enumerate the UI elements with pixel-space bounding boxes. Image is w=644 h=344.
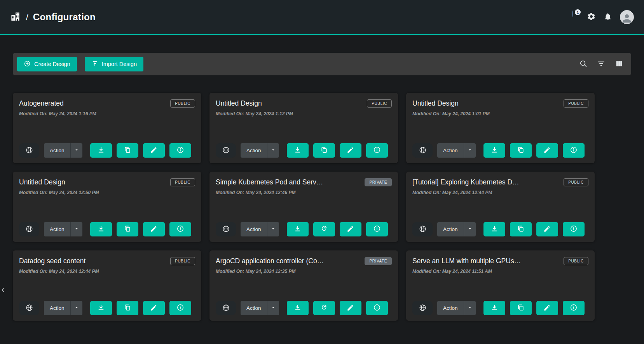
action-button-label[interactable]: Action bbox=[437, 222, 464, 236]
edit-button[interactable] bbox=[536, 301, 558, 315]
action-split-button[interactable]: Action bbox=[241, 143, 279, 158]
edit-button[interactable] bbox=[536, 222, 558, 236]
edit-button[interactable] bbox=[340, 301, 361, 315]
visibility-globe-button[interactable] bbox=[19, 301, 39, 315]
download-button[interactable] bbox=[90, 222, 112, 236]
modified-on-text: Modified On: May 24, 2024 12:44 PM bbox=[412, 190, 588, 195]
clone-design-button[interactable] bbox=[510, 301, 532, 315]
visibility-globe-button[interactable] bbox=[412, 222, 433, 236]
visibility-badge[interactable]: PUBLIC bbox=[564, 178, 588, 186]
visibility-globe-button[interactable] bbox=[216, 143, 236, 158]
action-split-button[interactable]: Action bbox=[437, 143, 476, 158]
action-dropdown-toggle[interactable] bbox=[70, 301, 82, 315]
edit-button[interactable] bbox=[340, 222, 361, 236]
visibility-globe-button[interactable] bbox=[19, 143, 39, 158]
action-dropdown-toggle[interactable] bbox=[464, 222, 476, 236]
visibility-badge[interactable]: PUBLIC bbox=[170, 99, 195, 108]
info-button[interactable] bbox=[366, 222, 388, 236]
view-columns-button[interactable] bbox=[615, 59, 623, 69]
clone-design-button[interactable] bbox=[313, 143, 335, 158]
download-button[interactable] bbox=[90, 143, 112, 158]
action-split-button[interactable]: Action bbox=[437, 301, 476, 315]
info-button[interactable] bbox=[366, 143, 388, 158]
info-button[interactable] bbox=[563, 301, 585, 315]
action-dropdown-toggle[interactable] bbox=[464, 143, 476, 158]
create-design-button[interactable]: Create Design bbox=[17, 57, 77, 71]
provider-button[interactable]: 1 bbox=[567, 11, 579, 23]
visibility-badge[interactable]: PUBLIC bbox=[564, 257, 588, 265]
edit-button[interactable] bbox=[143, 301, 165, 315]
modified-on-text: Modified On: May 24, 2024 12:35 PM bbox=[216, 269, 392, 274]
clone-design-button[interactable] bbox=[510, 222, 532, 236]
action-button-label[interactable]: Action bbox=[241, 301, 267, 315]
filter-button[interactable] bbox=[597, 59, 606, 69]
info-button[interactable] bbox=[169, 222, 191, 236]
edit-button[interactable] bbox=[143, 143, 165, 158]
download-button[interactable] bbox=[287, 301, 309, 315]
info-button[interactable] bbox=[563, 143, 585, 158]
visibility-globe-button[interactable] bbox=[19, 222, 39, 236]
action-dropdown-toggle[interactable] bbox=[464, 301, 476, 315]
action-button-label[interactable]: Action bbox=[241, 143, 267, 158]
visibility-globe-button[interactable] bbox=[412, 143, 433, 158]
visibility-badge[interactable]: PRIVATE bbox=[365, 257, 392, 265]
action-button-label[interactable]: Action bbox=[437, 301, 464, 315]
download-button[interactable] bbox=[287, 222, 309, 236]
download-button[interactable] bbox=[90, 301, 112, 315]
modified-on-text: Modified On: May 24, 2024 1:16 PM bbox=[19, 111, 195, 116]
design-card: [Tutorial] Exploring Kubernetes D… PUBLI… bbox=[406, 172, 595, 242]
import-design-button[interactable]: Import Design bbox=[85, 57, 143, 71]
action-split-button[interactable]: Action bbox=[241, 222, 279, 236]
info-button[interactable] bbox=[169, 143, 191, 158]
clone-design-button[interactable] bbox=[117, 143, 138, 158]
clone-design-button[interactable] bbox=[117, 301, 138, 315]
clone-design-button[interactable] bbox=[117, 222, 138, 236]
edit-button[interactable] bbox=[340, 143, 361, 158]
action-split-button[interactable]: Action bbox=[44, 143, 82, 158]
action-split-button[interactable]: Action bbox=[44, 301, 82, 315]
clone-design-button[interactable] bbox=[313, 301, 335, 315]
caret-down-icon bbox=[271, 147, 276, 154]
visibility-globe-button[interactable] bbox=[412, 301, 433, 315]
globe-icon bbox=[25, 146, 33, 155]
visibility-globe-button[interactable] bbox=[216, 222, 236, 236]
info-button[interactable] bbox=[563, 222, 585, 236]
download-button[interactable] bbox=[483, 222, 505, 236]
info-button[interactable] bbox=[169, 301, 191, 315]
download-button[interactable] bbox=[483, 143, 505, 158]
user-menu-button[interactable] bbox=[620, 10, 634, 24]
visibility-badge[interactable]: PUBLIC bbox=[367, 99, 392, 108]
action-button-label[interactable]: Action bbox=[437, 143, 464, 158]
download-button[interactable] bbox=[483, 301, 505, 315]
clone-design-button[interactable] bbox=[313, 222, 335, 236]
action-split-button[interactable]: Action bbox=[241, 301, 279, 315]
action-dropdown-toggle[interactable] bbox=[267, 301, 279, 315]
clone-design-button[interactable] bbox=[510, 143, 532, 158]
action-button-label[interactable]: Action bbox=[44, 301, 70, 315]
edit-button[interactable] bbox=[143, 222, 165, 236]
action-dropdown-toggle[interactable] bbox=[70, 222, 82, 236]
action-button-label[interactable]: Action bbox=[44, 143, 70, 158]
sidebar-collapse-handle[interactable] bbox=[0, 285, 9, 297]
visibility-badge[interactable]: PRIVATE bbox=[365, 178, 392, 186]
action-button-label[interactable]: Action bbox=[44, 222, 70, 236]
card-actions-row: Action bbox=[412, 222, 588, 236]
search-button[interactable] bbox=[579, 59, 588, 69]
copy-icon bbox=[124, 225, 131, 234]
action-dropdown-toggle[interactable] bbox=[267, 222, 279, 236]
visibility-globe-button[interactable] bbox=[216, 301, 236, 315]
action-split-button[interactable]: Action bbox=[437, 222, 476, 236]
visibility-badge[interactable]: PUBLIC bbox=[170, 257, 195, 265]
action-button-label[interactable]: Action bbox=[241, 222, 267, 236]
action-dropdown-toggle[interactable] bbox=[70, 143, 82, 158]
info-button[interactable] bbox=[366, 301, 388, 315]
settings-button[interactable] bbox=[587, 12, 596, 22]
action-split-button[interactable]: Action bbox=[44, 222, 82, 236]
visibility-badge[interactable]: PUBLIC bbox=[564, 99, 588, 108]
action-dropdown-toggle[interactable] bbox=[267, 143, 279, 158]
download-button[interactable] bbox=[287, 143, 309, 158]
app-logo[interactable] bbox=[10, 11, 21, 23]
edit-button[interactable] bbox=[536, 143, 558, 158]
notifications-button[interactable] bbox=[604, 12, 612, 22]
visibility-badge[interactable]: PUBLIC bbox=[170, 178, 195, 186]
